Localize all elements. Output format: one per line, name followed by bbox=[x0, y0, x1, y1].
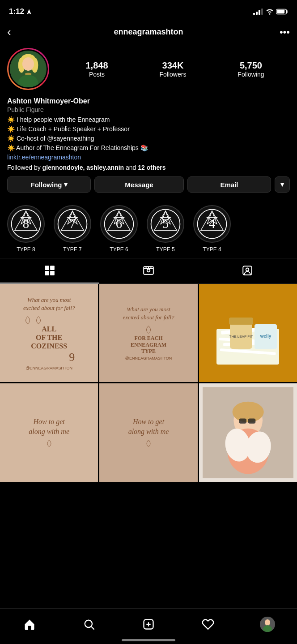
message-label: Message bbox=[125, 181, 153, 189]
svg-text:welly: welly bbox=[260, 334, 272, 339]
tab-grid[interactable] bbox=[0, 258, 99, 283]
bio-line-1: ☀️ I help people with the Enneagram bbox=[7, 115, 290, 125]
bottom-navigation bbox=[0, 608, 297, 644]
highlight-type4[interactable]: 4 TYPE 4 bbox=[193, 205, 231, 253]
highlight-type7[interactable]: 7 TYPE 7 bbox=[54, 205, 91, 253]
profile-stats: 1,848 Posts 334K Followers 5,750 Followi… bbox=[60, 60, 290, 78]
wifi-icon bbox=[266, 9, 274, 15]
search-icon bbox=[83, 618, 95, 631]
grid-item-4[interactable]: How to getalong with me bbox=[0, 383, 98, 481]
nav-profile[interactable] bbox=[257, 614, 278, 635]
avatar-image bbox=[10, 51, 47, 87]
enneagram-7-icon: 7 bbox=[56, 208, 89, 240]
svg-rect-56 bbox=[248, 419, 255, 424]
svg-rect-30 bbox=[50, 271, 55, 275]
highlight-type5[interactable]: 5 TYPE 5 bbox=[147, 205, 184, 253]
svg-point-32 bbox=[147, 269, 150, 272]
highlight-label-5: TYPE 5 bbox=[156, 246, 174, 253]
bio-line-4: ☀️ Author of The Enneagram For Relations… bbox=[7, 143, 290, 153]
thumb-4-text: How to getalong with me bbox=[29, 417, 69, 437]
svg-point-38 bbox=[246, 268, 249, 271]
svg-text:THE LEAP FIT: THE LEAP FIT bbox=[229, 335, 253, 339]
grid-item-2[interactable]: What are you mostexcited about for fall?… bbox=[99, 284, 197, 382]
nav-search[interactable] bbox=[78, 614, 100, 635]
grid-thumb-4: How to getalong with me bbox=[0, 383, 98, 481]
following-stat[interactable]: 5,750 Following bbox=[238, 60, 264, 78]
following-button[interactable]: Following ▾ bbox=[7, 176, 91, 193]
posts-stat[interactable]: 1,848 Posts bbox=[85, 60, 108, 78]
profile-section: 1,848 Posts 334K Followers 5,750 Followi… bbox=[0, 44, 297, 200]
more-options-button[interactable]: ••• bbox=[272, 26, 290, 38]
svg-line-62 bbox=[91, 627, 94, 629]
enneagram-5-icon: 5 bbox=[149, 208, 182, 240]
profile-header: ‹ enneagramashton ••• bbox=[0, 21, 297, 44]
enneagram-4-icon: 4 bbox=[196, 208, 228, 240]
more-dropdown-button[interactable]: ▾ bbox=[275, 176, 290, 193]
status-icons bbox=[253, 9, 288, 15]
svg-rect-2 bbox=[287, 10, 288, 13]
followers-count: 334K bbox=[159, 60, 186, 71]
grid-item-6[interactable] bbox=[199, 383, 297, 481]
svg-text:8: 8 bbox=[23, 216, 29, 231]
message-button[interactable]: Message bbox=[94, 176, 184, 193]
location-icon bbox=[26, 9, 32, 15]
grid-icon bbox=[44, 265, 55, 276]
highlight-label-6: TYPE 6 bbox=[110, 246, 128, 253]
thumb-2-text: What are you mostexcited about for fall? bbox=[123, 305, 174, 322]
tab-tagged[interactable] bbox=[198, 258, 297, 283]
svg-rect-60 bbox=[28, 626, 31, 630]
thumb-1-big: ALLOF THECOZINESS bbox=[23, 325, 75, 351]
followers-label: Followers bbox=[159, 71, 186, 78]
signal-icon bbox=[253, 9, 263, 15]
thumb-2-big: FOR EACHENNEAGRAMTYPE bbox=[123, 335, 174, 354]
nav-activity[interactable] bbox=[197, 614, 219, 635]
status-time: 1:12 bbox=[9, 7, 24, 16]
highlight-type8[interactable]: 8 TYPE 8 bbox=[7, 205, 45, 253]
tab-reels[interactable] bbox=[99, 258, 198, 283]
grid-item-5[interactable]: How to getalong with me bbox=[99, 383, 197, 481]
email-button[interactable]: Email bbox=[187, 176, 271, 193]
person-photo bbox=[203, 383, 293, 481]
following-count: 5,750 bbox=[238, 60, 264, 71]
product-image: THE LEAP FIT welly bbox=[208, 293, 288, 374]
profile-top: 1,848 Posts 334K Followers 5,750 Followi… bbox=[7, 48, 290, 90]
highlight-type6[interactable]: 6 TYPE 6 bbox=[100, 205, 138, 253]
username-header: enneagramashton bbox=[25, 27, 272, 37]
following-label: Following bbox=[238, 71, 264, 78]
svg-rect-55 bbox=[239, 419, 246, 424]
leaf-icon-5 bbox=[144, 439, 153, 447]
nav-profile-avatar bbox=[260, 617, 275, 632]
leaf-icon-2 bbox=[34, 316, 43, 325]
profile-category: Public Figure bbox=[7, 106, 290, 113]
followed-names: glennondoyle, ashley.annin bbox=[42, 164, 124, 171]
tagged-icon bbox=[242, 265, 253, 276]
nav-create[interactable] bbox=[138, 614, 159, 635]
status-bar: 1:12 bbox=[0, 0, 297, 21]
content-tabs bbox=[0, 258, 297, 284]
enneagram-6-icon: 6 bbox=[103, 208, 135, 240]
enneagram-8-icon: 8 bbox=[10, 208, 42, 240]
home-icon bbox=[23, 618, 36, 631]
svg-text:4: 4 bbox=[209, 216, 215, 231]
chevron-down-icon: ▾ bbox=[64, 180, 68, 189]
nav-home[interactable] bbox=[19, 614, 40, 635]
followers-stat[interactable]: 334K Followers bbox=[159, 60, 186, 78]
highlight-label-8: TYPE 8 bbox=[17, 246, 35, 253]
bio-link[interactable]: linktr.ee/enneagramashton bbox=[7, 153, 290, 162]
svg-point-61 bbox=[85, 620, 92, 627]
grid-item-3[interactable]: THE LEAP FIT welly bbox=[199, 284, 297, 382]
back-button[interactable]: ‹ bbox=[7, 25, 25, 39]
grid-item-1[interactable]: What are you mostexcited about for fall?… bbox=[0, 284, 98, 382]
thumb-5-text: How to getalong with me bbox=[128, 417, 169, 437]
avatar-wrapper[interactable] bbox=[7, 48, 49, 90]
leaf-icon-1 bbox=[23, 316, 32, 325]
posts-count: 1,848 bbox=[85, 60, 108, 71]
leaf-icon-3 bbox=[144, 325, 153, 334]
svg-point-67 bbox=[265, 619, 270, 626]
grid-thumb-6 bbox=[199, 383, 297, 481]
highlights-row: 8 TYPE 8 7 TYPE 7 6 TYPE 6 bbox=[0, 200, 297, 258]
svg-rect-28 bbox=[50, 266, 55, 270]
bio-line-2: ☀️ Life Coach + Public Speaker + Profess… bbox=[7, 125, 290, 134]
highlight-circle-4: 4 bbox=[193, 205, 231, 243]
svg-point-11 bbox=[25, 73, 32, 75]
